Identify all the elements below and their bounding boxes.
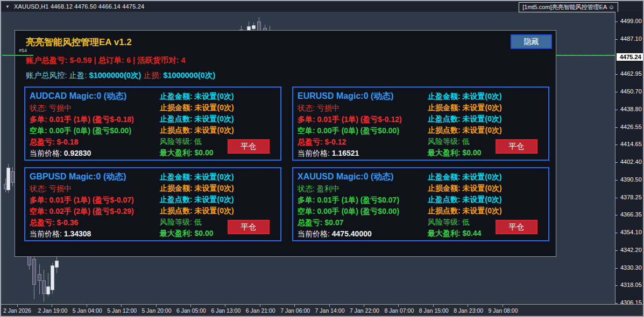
risk-summary-part: 止损:	[141, 71, 163, 80]
price-tick-label: 4354.10	[620, 229, 642, 235]
time-tick-mark	[398, 305, 399, 307]
account-pnl-summary: 账户总盈亏: $-0.59 | 总订单: 6 | 活跃货币对: 4	[26, 55, 186, 66]
sl-amount: 止损金额: 未设置(0次)	[160, 102, 281, 113]
time-tick-mark	[225, 305, 225, 307]
price-tick-mark	[615, 268, 618, 269]
card-current-price: 当前价格: 4475.40000	[298, 228, 427, 240]
card-current-price: 当前价格: 0.92830	[30, 148, 159, 159]
price-tick-label: 4402.40	[620, 158, 642, 165]
price-tick-mark	[615, 74, 618, 75]
account-risk-summary: 账户总风控: 止盈: $1000000(0次) 止损: $1000000(0次)	[26, 70, 215, 81]
ea-name-badge: [1mt5.com]亮亮智能风控管理EA ☺	[519, 2, 618, 12]
card-short-position: 空单: 0.00手 (0单) (盈亏$0.00)	[298, 206, 427, 217]
time-tick-mark	[503, 305, 503, 307]
time-tick-label: 6 Jan 13:00	[211, 307, 240, 314]
price-tick-mark	[615, 285, 618, 286]
price-tick-mark	[615, 21, 618, 22]
panel-title: 亮亮智能风控管理EA v1.2	[26, 36, 132, 48]
tp-points: 止盈点数: 未设置(0次)	[160, 113, 281, 125]
time-tick-label: 8 Jan 23:00	[454, 307, 483, 314]
sl-points: 止损点数: 未设置(0次)	[160, 125, 281, 136]
time-tick-label: 5 Jan 20:00	[142, 307, 172, 314]
price-tick-label: 4438.80	[620, 106, 642, 112]
card-total-pnl: 总盈亏: $-0.36	[30, 217, 159, 228]
card-symbol-header: GBPUSD Magic:0 (动态)	[30, 170, 159, 183]
symbol-cards-grid: AUDCAD Magic:0 (动态) 状态: 亏损中 多单: 0.01手 (1…	[24, 87, 549, 241]
order-ticket-label: #54	[19, 48, 27, 53]
card-long-position: 多单: 0.01手 (1单) (盈亏$-0.12)	[298, 114, 427, 125]
current-price-value: 4475.40000	[332, 229, 372, 238]
time-tick-label: 2 Jan 2026	[3, 307, 31, 314]
risk-summary-part: $1000000(0次)	[163, 71, 215, 80]
sl-amount: 止损金额: 未设置(0次)	[428, 183, 549, 194]
card-long-position: 多单: 0.01手 (1单) (盈亏$0.07)	[298, 194, 427, 206]
chevron-down-icon[interactable]: ▼	[5, 4, 10, 9]
sl-points: 止损点数: 未设置(0次)	[160, 205, 281, 217]
time-tick-label: 5 Jan 12:00	[107, 307, 137, 314]
card-current-price: 当前价格: 1.34308	[30, 228, 159, 240]
tp-points: 止盈点数: 未设置(0次)	[428, 194, 549, 205]
card-long-position: 多单: 0.01手 (1单) (盈亏$-0.07)	[30, 194, 159, 206]
risk-summary-part: $1000000(0次)	[89, 71, 141, 80]
card-symbol-header: XAUUSD Magic:0 (动态)	[298, 170, 427, 183]
card-short-position: 空单: 0.02手 (2单) (盈亏$-0.29)	[30, 206, 159, 217]
card-status: 状态: 亏损中	[30, 103, 159, 114]
price-tick-mark	[615, 110, 618, 110]
card-total-pnl: 总盈亏: $0.07	[298, 217, 427, 228]
price-tick-label: 4426.55	[620, 124, 642, 130]
price-tick-mark	[615, 215, 618, 215]
ea-panel: 亮亮智能风控管理EA v1.2 隐藏 账户总盈亏: $-0.59 | 总订单: …	[15, 30, 556, 257]
time-tick-mark	[121, 305, 122, 307]
price-axis[interactable]: 4499.004487.104475.244462.954450.704438.…	[615, 12, 643, 304]
price-tick-mark	[615, 303, 618, 304]
current-price-value: 1.34308	[64, 229, 91, 238]
price-tick-mark	[615, 162, 618, 163]
close-positions-button[interactable]: 平仓	[496, 220, 537, 234]
hide-button[interactable]: 隐藏	[511, 34, 552, 49]
time-tick-label: 7 Jan 14:00	[315, 307, 345, 314]
card-status: 状态: 盈利中	[298, 183, 427, 194]
time-tick-mark	[52, 305, 52, 307]
current-price-tag: 4475.24	[617, 53, 643, 61]
price-tick-mark	[615, 250, 618, 251]
price-tick-label: 4487.10	[620, 35, 642, 42]
price-tick-mark	[615, 39, 618, 40]
time-axis[interactable]: 2 Jan 20262 Jan 19:005 Jan 04:005 Jan 12…	[1, 304, 643, 316]
price-tick-mark	[615, 233, 618, 233]
card-status: 状态: 亏损中	[298, 103, 427, 114]
symbol-card-xauusd: XAUUSD Magic:0 (动态) 状态: 盈利中 多单: 0.01手 (1…	[292, 167, 549, 241]
price-tick-mark	[615, 92, 618, 92]
card-short-position: 空单: 0.00手 (0单) (盈亏$0.00)	[298, 125, 427, 136]
current-price-label: 当前价格:	[30, 149, 64, 157]
tp-amount: 止盈金额: 未设置(0次)	[428, 171, 549, 183]
time-tick-label: 9 Jan 08:00	[489, 307, 518, 314]
tp-amount: 止盈金额: 未设置(0次)	[160, 91, 281, 102]
close-positions-button[interactable]: 平仓	[228, 220, 270, 234]
card-status: 状态: 亏损中	[30, 183, 159, 194]
time-tick-label: 8 Jan 07:00	[384, 307, 414, 314]
tp-amount: 止盈金额: 未设置(0次)	[160, 171, 281, 183]
close-positions-button[interactable]: 平仓	[228, 139, 270, 154]
time-tick-label: 8 Jan 15:00	[419, 307, 449, 314]
price-tick-mark	[615, 145, 618, 145]
tp-points: 止盈点数: 未设置(0次)	[428, 113, 549, 125]
card-short-position: 空单: 0.00手 (0单) (盈亏$0.00)	[30, 125, 159, 136]
card-long-position: 多单: 0.01手 (1单) (盈亏$-0.18)	[30, 114, 159, 125]
price-tick-label: 4450.70	[620, 88, 642, 95]
price-tick-label: 4499.00	[620, 18, 642, 24]
price-tick-label: 4462.95	[620, 70, 642, 77]
card-current-price: 当前价格: 1.16521	[298, 148, 427, 159]
current-price-value: 0.92830	[64, 149, 91, 157]
sl-amount: 止损金额: 未设置(0次)	[160, 183, 281, 194]
time-tick-label: 6 Jan 05:00	[176, 307, 206, 314]
time-tick-mark	[294, 305, 295, 307]
time-tick-label: 5 Jan 04:00	[73, 307, 102, 314]
close-positions-button[interactable]: 平仓	[496, 139, 537, 154]
time-tick-label: 6 Jan 21:00	[246, 307, 275, 314]
time-tick-mark	[468, 305, 468, 307]
time-tick-label: 2 Jan 19:00	[38, 307, 67, 314]
current-price-label: 当前价格:	[298, 149, 332, 157]
mt5-chart-window: #54 ▼ XAUUSD,H1 4468.12 4476.50 4466.14 …	[0, 0, 644, 317]
price-tick-label: 4330.30	[620, 264, 642, 271]
symbol-ohlc-info: XAUUSD,H1 4468.12 4476.50 4466.14 4475.2…	[14, 3, 144, 10]
